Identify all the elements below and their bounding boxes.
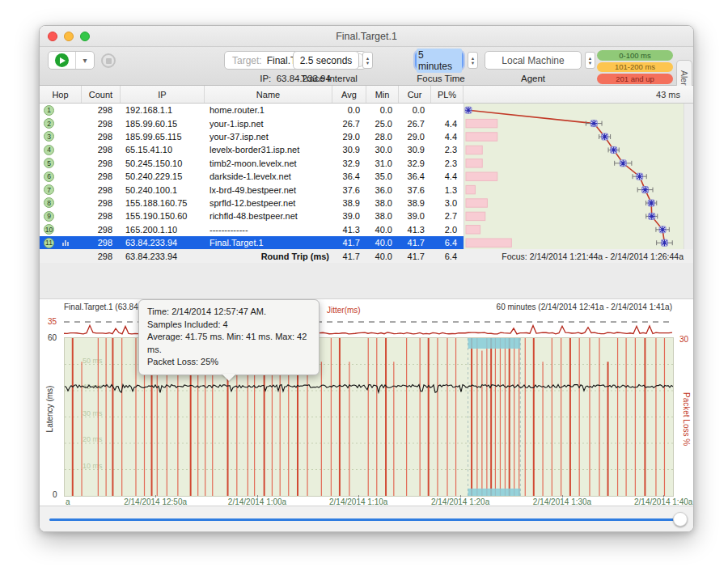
cur-cell: 26.7	[399, 119, 431, 129]
pl-cell: 2.0	[431, 225, 463, 235]
hop-cell: 1	[40, 105, 82, 116]
timeline-x-axis: a2/14/2014 12:50a2/14/2014 1:00a2/14/201…	[64, 497, 674, 506]
col-count[interactable]: Count	[82, 86, 121, 103]
trace-interval-caption: Trace Interval	[286, 74, 372, 83]
name-cell: sprfld-12.bestpeer.net	[205, 198, 332, 208]
cur-cell: 30.9	[399, 145, 431, 154]
zoom-button[interactable]	[80, 32, 90, 41]
col-cur[interactable]: Cur	[399, 86, 431, 103]
summary-cur: 41.7	[399, 252, 431, 261]
ip-cell: 63.84.233.94	[121, 238, 205, 248]
hop-badge: 9	[44, 211, 54, 222]
table-row[interactable]: 629850.240.229.15darkside-1.levelx.net36…	[40, 170, 463, 183]
table-row[interactable]: 529850.245.150.10timb2-moon.levelx.net32…	[40, 157, 463, 170]
ip-label: IP:	[260, 74, 271, 83]
tooltip-time: Time: 2/14/2014 12:57:47 AM.	[147, 306, 311, 319]
latency-axis-max: 60	[48, 333, 57, 342]
avg-cell: 30.9	[332, 145, 366, 154]
latency-legend: 0-100 ms 101-200 ms 201 and up	[597, 50, 673, 84]
traffic-lights	[48, 32, 90, 41]
col-name[interactable]: Name	[205, 86, 332, 103]
x-axis-tick-label: 2/14/2014 12:50a	[124, 497, 187, 506]
pl-cell: 6.4	[431, 238, 463, 248]
col-avg[interactable]: Avg	[332, 86, 366, 103]
col-min[interactable]: Min	[366, 86, 399, 103]
page: Final.Target.1 ▾ Target: Final.Target.1 …	[0, 0, 728, 584]
x-axis-tick-label: 2/14/2014 1:00a	[228, 497, 286, 506]
pl-cell: 4.4	[431, 132, 463, 142]
svg-text:20 ms: 20 ms	[83, 435, 103, 443]
hop-cell: 6	[40, 171, 82, 182]
table-row[interactable]: 3298185.99.65.115your-37.isp.net29.028.0…	[40, 130, 463, 143]
cur-cell: 29.0	[399, 132, 431, 142]
agent-stepper[interactable]: ▲▼	[585, 52, 595, 69]
ip-cell: 185.99.65.115	[121, 132, 205, 142]
hop-badge: 5	[44, 158, 54, 168]
table-row[interactable]: 1129863.84.233.94Final.Target.141.740.04…	[40, 236, 463, 249]
hop-cell: 7	[40, 184, 82, 195]
avg-cell: 0.0	[332, 105, 366, 115]
ip-cell: 185.99.60.15	[121, 119, 205, 129]
summary-avg: 41.7	[332, 252, 366, 261]
min-cell: 38.0	[366, 198, 399, 208]
min-cell: 38.0	[366, 211, 399, 221]
min-cell: 36.0	[366, 185, 399, 195]
cur-cell: 38.9	[399, 198, 431, 208]
hop-badge: 8	[44, 197, 54, 208]
table-row[interactable]: 9298155.190.150.60richfld-48.bestpeer.ne…	[40, 209, 463, 222]
x-axis-tick	[155, 495, 156, 497]
name-cell: Final.Target.1	[205, 238, 332, 248]
tooltip-loss: Packet Loss: 25%	[147, 356, 311, 369]
time-slider-knob[interactable]	[673, 512, 688, 527]
focus-time-stepper[interactable]: ▲▼	[468, 52, 478, 69]
play-menu-button[interactable]: ▾	[76, 56, 94, 65]
count-cell: 298	[82, 171, 121, 181]
col-pl[interactable]: PL%	[431, 86, 463, 103]
x-axis-tick	[663, 495, 664, 497]
ip-cell: 65.15.41.10	[121, 145, 205, 154]
minimize-button[interactable]	[64, 32, 74, 41]
agent-field[interactable]: Local Machine	[485, 51, 582, 70]
summary-pl: 6.4	[431, 252, 463, 261]
pl-cell: 2.7	[431, 211, 463, 221]
cur-cell: 41.3	[399, 225, 431, 235]
trace-interval-field[interactable]: 2.5 seconds	[293, 51, 359, 70]
col-ip[interactable]: IP	[121, 86, 205, 103]
x-axis-tick	[562, 495, 563, 497]
svg-text:30 ms: 30 ms	[83, 409, 103, 417]
table-row[interactable]: 2298185.99.60.15your-1.isp.net26.725.026…	[40, 116, 463, 129]
play-button[interactable]	[49, 52, 76, 69]
close-button[interactable]	[48, 32, 57, 41]
table-row[interactable]: 1298192.168.1.1home.router.10.00.00.0	[40, 104, 463, 116]
time-slider-track[interactable]	[49, 518, 680, 521]
table-row[interactable]: 10298165.200.1.10-------------41.340.041…	[40, 223, 463, 236]
focus-time-caption: Focus Time	[408, 74, 474, 83]
avg-cell: 26.7	[332, 119, 366, 129]
hop-table: Hop Count IP Name Avg Min Cur PL% 43 ms …	[40, 86, 693, 263]
trace-control: ▾	[48, 51, 95, 70]
name-cell: -------------	[205, 225, 332, 235]
cur-cell: 39.0	[399, 211, 431, 221]
agent-value: Local Machine	[502, 55, 564, 66]
col-hop[interactable]: Hop	[40, 86, 82, 103]
trace-interval-value: 2.5 seconds	[300, 55, 353, 66]
table-row[interactable]: 729850.240.100.1lx-brd-49.bestpeer.net37…	[40, 183, 463, 196]
hop-cell: 8	[40, 197, 82, 208]
hop-cell: 4	[40, 145, 82, 155]
name-cell: darkside-1.levelx.net	[205, 171, 332, 181]
x-axis-tick-label: 2/14/2014 1:30a	[533, 497, 591, 506]
name-cell: richfld-48.bestpeer.net	[205, 211, 332, 221]
table-row[interactable]: 429865.15.41.10levelx-border31.isp.net30…	[40, 143, 463, 156]
hop-badge: 6	[44, 171, 54, 182]
ip-cell: 155.190.150.60	[121, 211, 205, 221]
focus-time-field[interactable]: 5 minutes	[415, 51, 463, 70]
name-cell: your-37.isp.net	[205, 132, 332, 142]
sample-tooltip: Time: 2/14/2014 12:57:47 AM. Samples Inc…	[138, 299, 320, 375]
stop-button[interactable]	[101, 53, 116, 68]
trace-interval-stepper[interactable]: ▲▼	[362, 52, 373, 69]
trace-graph-svg	[464, 104, 684, 250]
cur-cell: 36.4	[399, 171, 431, 181]
table-row[interactable]: 8298155.188.160.75sprfld-12.bestpeer.net…	[40, 197, 463, 209]
hop-cell: 9	[40, 211, 82, 222]
play-icon	[55, 53, 69, 67]
